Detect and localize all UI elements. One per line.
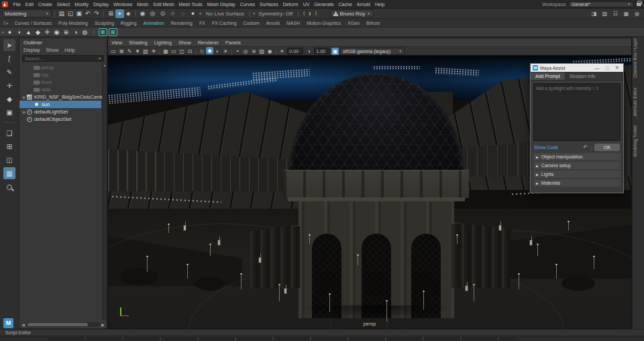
open-scene-icon[interactable]: ◱ bbox=[66, 9, 74, 18]
move-tool[interactable]: ✛ bbox=[3, 79, 15, 91]
gate-mask-icon[interactable]: ⊡ bbox=[186, 47, 194, 55]
shelf-tab[interactable]: Motion Graphics bbox=[303, 21, 344, 26]
lock-camera-icon[interactable]: ⊠ bbox=[117, 47, 125, 55]
assist-section-header[interactable]: ▶Object manipulation bbox=[533, 153, 621, 160]
shelf-skin-icon[interactable]: ▲ bbox=[24, 28, 34, 36]
select-all-icon[interactable]: ● bbox=[189, 9, 197, 18]
grid-icon[interactable]: ▦ bbox=[162, 47, 170, 55]
shelf-lattice-icon[interactable]: ⊕ bbox=[62, 28, 71, 36]
user-account-select[interactable]: Bruno Roy ▼ bbox=[330, 9, 374, 17]
shelf-cluster-icon[interactable]: ◉ bbox=[52, 28, 62, 36]
assist-tab[interactable]: Add Prompt bbox=[531, 72, 565, 80]
outliner-item[interactable]: ⊞ defaultObjectSet bbox=[19, 115, 107, 123]
snap-grid-icon[interactable]: ⊞ bbox=[107, 9, 115, 18]
two-d-pan-zoom-icon[interactable]: ✛ bbox=[150, 47, 158, 55]
single-pane-layout[interactable]: ❑ bbox=[3, 127, 15, 139]
outliner-item[interactable]: ⊞ sun bbox=[19, 101, 101, 108]
four-pane-layout[interactable]: ⊞ bbox=[3, 140, 15, 152]
outliner-item[interactable]: ⊞ persp bbox=[19, 64, 107, 71]
shelf-tab[interactable]: Rendering bbox=[168, 21, 196, 26]
shelf-graph-editor-icon[interactable]: ▦ bbox=[99, 28, 107, 36]
sidebar-tab[interactable]: Modeling Toolkit bbox=[633, 126, 643, 157]
menu-item[interactable]: Windows bbox=[111, 2, 134, 7]
shelf-blendshape-icon[interactable]: ◑ bbox=[71, 28, 80, 36]
snap-curve-icon[interactable]: ⌖ bbox=[115, 9, 124, 18]
shelf-dope-sheet-icon[interactable]: ▩ bbox=[109, 28, 117, 36]
outliner-menu-item[interactable]: Display bbox=[23, 47, 40, 53]
undo-icon[interactable]: ↶ bbox=[83, 9, 92, 18]
menu-set-select[interactable]: Modeling▼ bbox=[2, 9, 52, 17]
shelf-tab[interactable]: FX bbox=[196, 21, 209, 26]
menu-item[interactable]: Deform bbox=[280, 2, 301, 7]
sort-icon[interactable]: ◨ bbox=[590, 9, 598, 18]
select-object-icon[interactable]: ◎ bbox=[148, 9, 157, 18]
shelf-tab[interactable]: FX Caching bbox=[209, 21, 240, 26]
outliner-persp-layout[interactable]: ▥ bbox=[3, 167, 15, 179]
outliner-menu-item[interactable]: Show bbox=[46, 47, 59, 53]
viewport-menu-item[interactable]: Show bbox=[178, 40, 191, 46]
menu-item[interactable]: Select bbox=[54, 2, 72, 7]
paint-select-tool[interactable]: ✎ bbox=[3, 66, 15, 78]
shelf-tab[interactable]: Sculpting bbox=[91, 21, 117, 26]
outliner-horizontal-scrollbar[interactable]: ◀▶ bbox=[19, 320, 107, 328]
anti-alias-icon[interactable]: ▨ bbox=[258, 47, 266, 55]
outliner-item[interactable]: ⊞ defaultLightSet bbox=[19, 108, 107, 115]
assist-section-header[interactable]: ▶Lights bbox=[533, 170, 621, 178]
gamma-field[interactable]: 1.00 bbox=[314, 48, 330, 54]
hypershade-icon[interactable]: ▥ bbox=[600, 9, 609, 18]
shelf-constraint-icon[interactable]: ◆ bbox=[34, 28, 43, 36]
color-management-icon[interactable]: ▣ bbox=[331, 48, 339, 55]
outliner-item[interactable]: ⊞ top bbox=[19, 71, 107, 79]
select-camera-icon[interactable]: ▭ bbox=[109, 47, 117, 55]
minimize-icon[interactable]: — bbox=[593, 66, 601, 70]
camera-attributes-icon[interactable]: ✎ bbox=[125, 47, 133, 55]
playback-pause-icon[interactable]: ‖ bbox=[307, 9, 313, 18]
menu-item[interactable]: Mesh Display bbox=[205, 2, 237, 7]
menu-item[interactable]: Mesh Tools bbox=[176, 2, 205, 7]
bookmark-icon[interactable]: ▼ bbox=[133, 47, 142, 55]
lock-icon[interactable] bbox=[637, 3, 641, 6]
menu-item[interactable]: Curves bbox=[237, 2, 257, 7]
shelf-ik-handle-icon[interactable]: ◖ bbox=[15, 28, 24, 36]
arnold-render-icon[interactable]: ◍ bbox=[633, 9, 641, 18]
zoom-tool-icon[interactable] bbox=[7, 185, 12, 190]
gamma-icon[interactable]: ◑ bbox=[305, 47, 313, 55]
viewport-menu-item[interactable]: Lighting bbox=[154, 40, 172, 46]
resolution-gate-icon[interactable]: ◫ bbox=[178, 47, 186, 55]
select-hierarchy-icon[interactable]: ◉ bbox=[138, 9, 147, 18]
rotate-tool[interactable]: ◆ bbox=[3, 93, 15, 105]
snap-point-icon[interactable]: ◈ bbox=[124, 9, 133, 18]
shelf-tab[interactable]: Curves / Surfaces bbox=[11, 21, 55, 26]
shelf-tab[interactable]: MASH bbox=[283, 21, 303, 26]
lasso-tool[interactable]: ⟅ bbox=[3, 52, 15, 64]
shelf-tab[interactable]: Animation bbox=[140, 21, 168, 26]
shelf-tab[interactable]: Rigging bbox=[117, 21, 140, 26]
viewport-menu-item[interactable]: Panels bbox=[225, 40, 241, 46]
menu-item[interactable]: File bbox=[11, 2, 23, 7]
shadows-icon[interactable]: ◓ bbox=[233, 47, 241, 55]
ok-button[interactable]: OK bbox=[594, 144, 620, 151]
playback-forward-icon[interactable]: ⟩ bbox=[313, 9, 319, 18]
undo-prompt-icon[interactable]: ↶ bbox=[583, 144, 588, 150]
outliner-menu-item[interactable]: Help bbox=[64, 47, 74, 53]
exposure-field[interactable]: 0.00 bbox=[287, 48, 303, 54]
shelf-joint-icon[interactable]: ● bbox=[5, 28, 15, 36]
render-view-icon[interactable]: ▦ bbox=[622, 9, 631, 18]
close-icon[interactable]: ✕ bbox=[613, 65, 621, 70]
menu-item[interactable]: Help bbox=[373, 2, 387, 7]
two-pane-layout[interactable]: ◫ bbox=[3, 154, 15, 166]
shelf-tab[interactable]: Custom bbox=[240, 21, 263, 26]
assist-tab[interactable]: Session Info bbox=[565, 72, 600, 80]
depth-of-field-icon[interactable]: ◉ bbox=[266, 47, 274, 55]
shelf-tab[interactable]: XGen bbox=[344, 21, 363, 26]
sidebar-tab[interactable]: Attribute Editor bbox=[633, 87, 643, 116]
prompt-input[interactable]: Add a spotlight with intensity = 1 bbox=[533, 83, 621, 141]
view-transform-select[interactable]: sRGB gamma (legacy)▼ bbox=[340, 48, 405, 55]
maximize-icon[interactable]: □ bbox=[603, 66, 611, 70]
menu-item[interactable]: Modify bbox=[72, 2, 91, 7]
menu-item[interactable]: Cache bbox=[336, 2, 354, 7]
no-live-surface-button[interactable]: No Live Surface bbox=[203, 11, 247, 17]
outliner-item[interactable]: ⊞ front bbox=[19, 79, 107, 86]
menu-item[interactable]: Edit bbox=[23, 2, 36, 7]
image-plane-icon[interactable]: ▧ bbox=[142, 47, 150, 55]
